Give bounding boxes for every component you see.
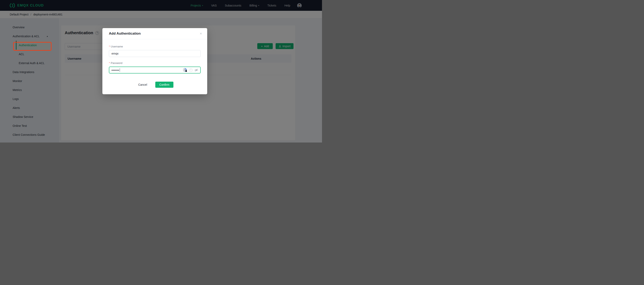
eye-off-icon[interactable] <box>194 68 198 72</box>
add-authentication-modal: Add Authentication × * Username * Passwo… <box>102 28 207 94</box>
required-marker: * <box>109 62 110 64</box>
text-cursor <box>120 68 120 72</box>
modal-header: Add Authentication × <box>102 28 207 39</box>
password-field-icons: × <box>183 68 198 72</box>
confirm-button[interactable]: Confirm <box>155 82 174 88</box>
username-label-text: Username <box>111 45 123 48</box>
required-marker: * <box>109 45 110 48</box>
emqx-cloud-app: EMQX CLOUD Projects ▾ VAS Subaccounts Bi… <box>0 0 322 142</box>
password-masked-value: •••••• <box>112 68 119 72</box>
modal-title: Add Authentication <box>109 32 141 36</box>
clear-input-icon[interactable]: × <box>189 68 192 72</box>
password-field[interactable]: •••••• × <box>109 66 201 74</box>
password-manager-icon[interactable] <box>183 68 187 72</box>
password-label-text: Password <box>111 62 122 64</box>
modal-footer: Cancel Confirm <box>109 82 201 88</box>
username-label: * Username <box>109 44 201 48</box>
cancel-button[interactable]: Cancel <box>136 82 149 88</box>
modal-body: * Username * Password •••••• <box>102 39 207 88</box>
close-icon[interactable]: × <box>200 32 202 36</box>
username-field[interactable] <box>109 50 201 57</box>
password-label: * Password <box>109 61 201 65</box>
password-group: * Password •••••• × <box>109 61 201 74</box>
